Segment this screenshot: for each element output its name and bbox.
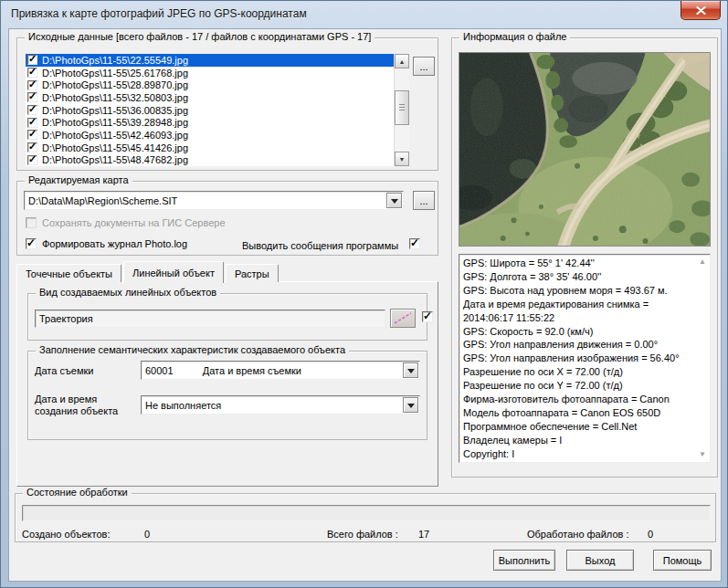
total-files-label: Всего файлов :	[327, 529, 398, 540]
file-path: D:\PhotoGps\11-55\39.28948.jpg	[40, 117, 188, 128]
log-checkbox-row[interactable]: Формировать журнал Photo.log	[26, 238, 187, 249]
map-path-value: D:\Data\Map\Region\Scheme.SIT	[25, 195, 385, 206]
shoot-date-name: Дата и время съемки	[203, 365, 301, 376]
chevron-down-icon[interactable]	[386, 193, 402, 208]
file-list[interactable]: D:\PhotoGps\11-55\22.55549.jpg D:\PhotoG…	[26, 54, 409, 166]
processed-files-label: Обработано файлов :	[527, 529, 628, 540]
file-checkbox[interactable]	[27, 68, 37, 78]
window-title: Привязка к карте фотографий JPEG по GPS-…	[11, 7, 307, 20]
exif-info-line: GPS: Широта = 55° 1' 42.44''	[463, 257, 708, 270]
exif-info-box[interactable]: GPS: Широта = 55° 1' 42.44''GPS: Долгота…	[459, 254, 711, 463]
tab[interactable]: Точечные объекты	[16, 264, 121, 282]
file-path: D:\PhotoGps\11-55\36.00835.jpg	[40, 105, 188, 116]
scroll-up-icon[interactable]: ▲	[395, 54, 409, 68]
line-kind-checkbox[interactable]	[422, 311, 433, 322]
shoot-date-label: Дата съемки	[35, 365, 93, 376]
list-item[interactable]: D:\PhotoGps\11-55\45.41426.jpg	[26, 142, 394, 154]
dialog-client-area: Исходные данные [всего файлов - 17 / фай…	[8, 28, 722, 582]
browse-files-button[interactable]: ...	[413, 57, 435, 76]
file-checkbox[interactable]	[27, 155, 37, 165]
source-group-label: Исходные данные [всего файлов - 17 / фай…	[25, 31, 375, 42]
exif-info-line: Владелец камеры = I	[463, 434, 708, 447]
total-files-value: 17	[418, 529, 429, 540]
shoot-date-code: 60001	[145, 365, 174, 376]
file-checkbox[interactable]	[27, 118, 37, 128]
exif-info-line: Разрешение по оси X = 72.00 (т/д)	[463, 365, 708, 379]
exif-info-line: Фирма-изготовитель фотоаппарата = Canon	[463, 393, 708, 406]
log-checkbox[interactable]	[26, 238, 37, 249]
file-checkbox[interactable]	[27, 80, 37, 90]
file-rows[interactable]: D:\PhotoGps\11-55\22.55549.jpg D:\PhotoG…	[26, 54, 394, 166]
messages-checkbox[interactable]	[409, 238, 420, 249]
exif-info-line: Программное обеспечение = Cell.Net	[463, 420, 708, 434]
exif-info-line: Модель фотоаппарата = Canon EOS 650D	[463, 406, 708, 420]
save-gis-label: Сохранять документы на ГИС Сервере	[42, 217, 226, 228]
info-scroll-up-icon[interactable]: ▲	[699, 257, 718, 266]
processed-files-value: 0	[648, 529, 653, 540]
file-checkbox[interactable]	[27, 142, 37, 152]
messages-label: Выводить сообщения программы	[242, 240, 398, 251]
file-info-group-label: Информация о файле	[459, 31, 570, 42]
dialog-window: Привязка к карте фотографий JPEG по GPS-…	[0, 0, 728, 588]
close-button[interactable]	[681, 1, 721, 20]
map-group-label: Редактируемая карта	[25, 174, 132, 185]
file-path: D:\PhotoGps\11-55\25.61768.jpg	[40, 68, 188, 79]
file-path: D:\PhotoGps\11-55\42.46093.jpg	[40, 130, 188, 141]
title-bar[interactable]: Привязка к карте фотографий JPEG по GPS-…	[1, 1, 727, 28]
list-item[interactable]: D:\PhotoGps\11-55\48.47682.jpg	[26, 154, 394, 167]
list-item[interactable]: D:\PhotoGps\11-55\22.55549.jpg	[26, 54, 394, 67]
scrollbar-track[interactable]	[395, 68, 409, 152]
exit-button[interactable]: Выход	[566, 550, 634, 571]
exif-info-line: GPS: Угол направления движения = 0.00°	[463, 338, 708, 352]
semantics-group-label: Заполнение семантических характеристик с…	[36, 344, 349, 355]
chevron-down-icon[interactable]	[403, 362, 418, 378]
tab[interactable]: Линейный объект	[123, 261, 224, 283]
file-checkbox[interactable]	[27, 92, 37, 102]
list-item[interactable]: D:\PhotoGps\11-55\25.61768.jpg	[26, 67, 394, 79]
exif-info-line: Дата и время редактирования снимка =	[463, 298, 708, 311]
file-checkbox[interactable]	[27, 130, 37, 140]
shoot-date-value: 60001 Дата и время съемки	[142, 365, 402, 376]
created-objects-label: Создано объектов:	[22, 529, 110, 540]
exif-info-line: GPS: Высота над уровнем моря = 493.67 м.	[463, 284, 708, 298]
file-path: D:\PhotoGps\11-55\32.50803.jpg	[40, 92, 188, 103]
log-label: Формировать журнал Photo.log	[42, 238, 187, 249]
line-kind-group-label: Вид создаваемых линейных объектов	[36, 287, 220, 298]
chevron-down-icon[interactable]	[403, 397, 418, 413]
exif-info-line: Copyright: I	[463, 447, 708, 461]
progress-bar	[22, 505, 711, 521]
map-path-combobox[interactable]: D:\Data\Map\Region\Scheme.SIT	[24, 191, 404, 210]
exif-info-line: GPS: Угол направления изображения = 56.4…	[463, 352, 708, 365]
save-gis-checkbox-row: Сохранять документы на ГИС Сервере	[26, 217, 226, 228]
exif-info-line: GPS: Долгота = 38° 35' 46.00''	[463, 270, 708, 284]
create-date-combobox[interactable]: Не выполняется	[141, 395, 420, 415]
help-button[interactable]: Помощь	[653, 550, 712, 571]
list-item[interactable]: D:\PhotoGps\11-55\36.00835.jpg	[26, 104, 394, 117]
scrollbar-thumb[interactable]	[395, 90, 409, 125]
list-item[interactable]: D:\PhotoGps\11-55\42.46093.jpg	[26, 129, 394, 142]
list-item[interactable]: D:\PhotoGps\11-55\39.28948.jpg	[26, 116, 394, 129]
created-objects-value: 0	[144, 529, 150, 540]
photo-preview	[459, 52, 711, 247]
line-kind-field: Траектория	[35, 310, 385, 328]
shoot-date-combobox[interactable]: 60001 Дата и время съемки	[141, 361, 420, 380]
file-list-scrollbar[interactable]: ▲ ▼	[394, 54, 409, 166]
browse-map-button[interactable]: ...	[413, 191, 435, 210]
run-button[interactable]: Выполнить	[493, 550, 555, 571]
tab[interactable]: Растры	[226, 264, 279, 282]
list-item[interactable]: D:\PhotoGps\11-55\32.50803.jpg	[26, 91, 394, 104]
status-group-label: Состояние обработки	[23, 487, 132, 498]
file-checkbox[interactable]	[27, 105, 37, 115]
list-item[interactable]: D:\PhotoGps\11-55\28.89870.jpg	[26, 79, 394, 91]
scroll-down-icon[interactable]: ▼	[395, 152, 409, 166]
line-style-button[interactable]	[390, 309, 416, 328]
line-kind-value: Траектория	[39, 313, 93, 324]
create-date-label-line2: создания объекта	[35, 405, 118, 416]
exif-info-line: 2014:06:17 11:55:22	[463, 311, 708, 325]
file-checkbox[interactable]	[27, 55, 37, 65]
exif-info-line: GPS: Скорость = 92.0 (км/ч)	[463, 325, 708, 339]
tab-strip[interactable]: Точечные объектыЛинейный объектРастры	[16, 260, 280, 282]
exif-info-line: Разрешение по оси Y = 72.00 (т/д)	[463, 379, 708, 393]
save-gis-checkbox	[26, 217, 37, 228]
close-icon	[696, 6, 706, 15]
